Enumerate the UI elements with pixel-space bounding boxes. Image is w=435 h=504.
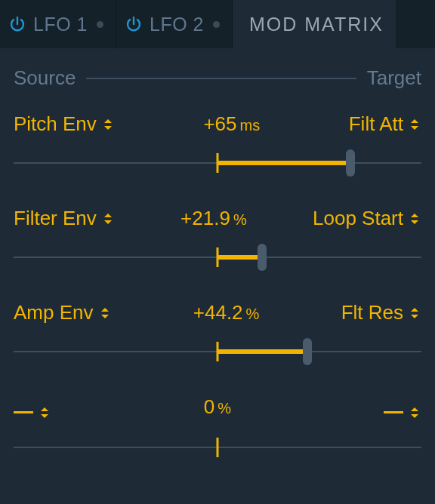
target-label: Loop Start <box>313 207 403 230</box>
tab-lfo2-label: LFO 2 <box>150 14 204 35</box>
mod-row: Filter Env+21.9%Loop Start <box>14 207 421 268</box>
updown-icon <box>411 306 421 321</box>
amount-value[interactable]: +65ms <box>203 112 260 136</box>
source-picker[interactable] <box>14 405 51 420</box>
empty-dash-icon <box>14 411 33 413</box>
power-icon[interactable] <box>124 14 143 34</box>
source-label: Amp Env <box>14 301 94 324</box>
slider-fill <box>218 161 350 165</box>
slider-handle[interactable] <box>303 338 312 365</box>
indicator-dot <box>97 21 103 28</box>
mod-row: Pitch Env+65msFilt Att <box>14 112 421 174</box>
source-picker[interactable]: Filter Env <box>14 207 115 230</box>
target-picker[interactable] <box>384 405 421 420</box>
source-picker[interactable]: Pitch Env <box>14 112 115 136</box>
tab-lfo2[interactable]: LFO 2 <box>116 0 233 48</box>
amount-slider[interactable] <box>14 247 421 268</box>
amount-slider[interactable] <box>14 152 421 174</box>
amount-value[interactable]: 0% <box>204 395 231 419</box>
amount-value[interactable]: +44.2% <box>193 301 260 324</box>
mod-row-top: Pitch Env+65msFilt Att <box>14 112 421 136</box>
updown-icon <box>411 117 421 132</box>
tab-lfo1-label: LFO 1 <box>33 14 88 35</box>
updown-icon <box>411 405 421 420</box>
target-picker[interactable]: Filt Att <box>349 112 421 136</box>
updown-icon <box>104 211 115 226</box>
tab-lfo1[interactable]: LFO 1 <box>0 0 116 48</box>
updown-icon <box>101 306 112 321</box>
target-picker[interactable]: Loop Start <box>313 207 421 230</box>
mod-row-top: Amp Env+44.2%Flt Res <box>14 301 421 324</box>
updown-icon <box>41 405 51 420</box>
amount-number: +65 <box>203 112 236 135</box>
mod-row: Amp Env+44.2%Flt Res <box>14 301 421 362</box>
amount-unit: % <box>218 400 231 416</box>
amount-slider[interactable] <box>14 437 421 458</box>
tab-bar: LFO 1 LFO 2 MOD MATRIX <box>0 0 435 48</box>
tab-mod-matrix[interactable]: MOD MATRIX <box>233 0 396 48</box>
amount-unit: % <box>246 306 260 322</box>
header-divider <box>86 78 356 79</box>
source-header: Source <box>14 66 76 90</box>
slider-center-tick <box>217 438 219 457</box>
source-label: Filter Env <box>14 207 97 230</box>
amount-value[interactable]: +21.9% <box>180 207 247 230</box>
amount-slider[interactable] <box>14 341 421 362</box>
target-header: Target <box>367 66 421 90</box>
target-label: Flt Res <box>341 301 403 324</box>
tab-mod-matrix-label: MOD MATRIX <box>249 14 384 35</box>
slider-fill <box>218 255 262 260</box>
empty-dash-icon <box>384 411 403 413</box>
slider-fill <box>218 349 307 354</box>
mod-row-top: Filter Env+21.9%Loop Start <box>14 207 421 230</box>
mod-row: 0% <box>14 395 421 458</box>
slider-handle[interactable] <box>258 244 267 271</box>
source-picker[interactable]: Amp Env <box>14 301 112 324</box>
mod-row-top: 0% <box>14 395 421 420</box>
amount-number: +21.9 <box>180 207 230 229</box>
amount-unit: ms <box>240 117 261 134</box>
mod-rows: Pitch Env+65msFilt AttFilter Env+21.9%Lo… <box>0 90 435 458</box>
columns-header: Source Target <box>0 48 435 90</box>
indicator-dot <box>213 21 220 28</box>
power-icon[interactable] <box>8 14 27 34</box>
target-label: Filt Att <box>349 112 403 136</box>
amount-number: 0 <box>204 395 214 418</box>
updown-icon <box>104 117 115 132</box>
source-label: Pitch Env <box>14 112 97 136</box>
updown-icon <box>411 211 421 226</box>
target-picker[interactable]: Flt Res <box>341 301 421 324</box>
slider-handle[interactable] <box>346 149 355 177</box>
amount-unit: % <box>233 211 247 228</box>
amount-number: +44.2 <box>193 301 243 324</box>
